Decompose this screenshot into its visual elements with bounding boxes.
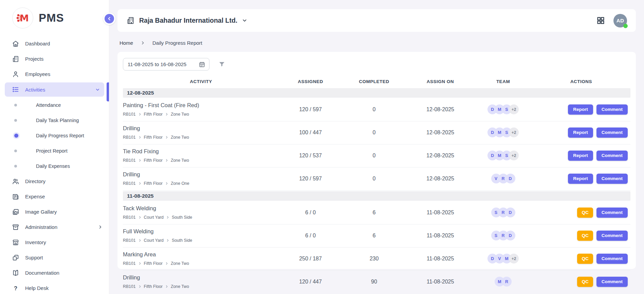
sidebar-subitem-daily-expenses[interactable]: Daily Expenses xyxy=(0,158,109,174)
user-avatar[interactable]: AD xyxy=(613,14,627,27)
administration-icon xyxy=(12,223,20,231)
row-actions: QCComment xyxy=(532,277,630,287)
row-actions: QCComment xyxy=(532,231,630,241)
sidebar-item-inventory[interactable]: Inventory xyxy=(0,235,109,250)
projects-icon xyxy=(12,55,20,63)
sidebar-item-image-gallary[interactable]: Image Gallary xyxy=(0,204,109,219)
bullet-dot-icon xyxy=(14,119,17,122)
comment-button[interactable]: Comment xyxy=(596,128,628,138)
calendar-icon[interactable] xyxy=(199,61,205,68)
comment-button[interactable]: Comment xyxy=(596,231,628,241)
table-row: Drilling RB101Fifth FloorZone One 120 / … xyxy=(123,168,630,191)
path-segment: RB101 xyxy=(123,158,136,163)
comment-button[interactable]: Comment xyxy=(596,208,628,218)
sidebar-item-support[interactable]: Support xyxy=(0,250,109,265)
comment-button[interactable]: Comment xyxy=(596,151,628,161)
sidebar-collapse-button[interactable] xyxy=(103,13,115,25)
sidebar-item-administration[interactable]: Administration xyxy=(0,219,109,235)
report-button[interactable]: Report xyxy=(568,104,593,115)
app-name: PMS xyxy=(39,12,64,24)
bullet-dot-icon xyxy=(14,165,17,168)
apps-grid-button[interactable] xyxy=(596,16,605,25)
breadcrumb-current: Daily Progress Report xyxy=(152,40,202,46)
date-range-field[interactable] xyxy=(123,58,209,71)
assigned-value: 120 / 537 xyxy=(279,153,342,159)
path-chevron-icon xyxy=(165,182,168,185)
sidebar-item-projects[interactable]: Projects xyxy=(0,51,109,66)
activities-icon xyxy=(12,85,20,94)
sidebar-item-activities[interactable]: Activities xyxy=(5,82,104,97)
sidebar-item-expense[interactable]: Expense xyxy=(0,189,109,204)
team-avatars: MR xyxy=(474,277,532,287)
documentation-icon xyxy=(12,269,20,277)
table-row: Drilling RB101Fifth FloorZone Two 120 / … xyxy=(123,271,630,293)
activity-path: RB101Fifth FloorZone Two xyxy=(123,135,274,140)
path-chevron-icon xyxy=(165,136,168,139)
sidebar-item-help-desk[interactable]: ? Help Desk xyxy=(0,280,109,294)
group-date: 12-08-2025 xyxy=(127,90,154,96)
path-chevron-icon xyxy=(138,262,142,265)
path-chevron-icon xyxy=(138,216,142,219)
team-extra-count: +2 xyxy=(509,104,519,114)
team-avatars: DMS+2 xyxy=(474,128,532,137)
path-chevron-icon xyxy=(138,239,142,242)
sidebar-item-dashboard[interactable]: Dashboard xyxy=(0,36,109,51)
path-segment: Fifth Floor xyxy=(144,135,163,140)
breadcrumb-home[interactable]: Home xyxy=(119,40,133,46)
path-segment: Fifth Floor xyxy=(144,112,163,117)
report-button[interactable]: Report xyxy=(568,174,593,184)
activity-name: Painting - First Coat (Fire Red) xyxy=(123,102,274,109)
path-chevron-icon xyxy=(138,159,142,162)
path-segment: Zone Two xyxy=(171,284,189,289)
bullet-dot-icon xyxy=(14,134,18,138)
comment-button[interactable]: Comment xyxy=(596,277,628,287)
filter-button[interactable] xyxy=(218,61,225,68)
comment-button[interactable]: Comment xyxy=(596,174,628,184)
path-segment: Fifth Floor xyxy=(144,261,163,266)
date-range-input[interactable] xyxy=(128,61,196,67)
chevron-right-icon xyxy=(98,224,103,230)
svg-text:?: ? xyxy=(14,285,17,291)
col-activity: ACTIVITY xyxy=(123,79,279,84)
completed-value: 0 xyxy=(342,176,406,182)
report-button[interactable]: Report xyxy=(568,128,593,138)
path-chevron-icon xyxy=(138,285,142,288)
table-row: Drilling RB101Fifth FloorZone Two 100 / … xyxy=(123,121,630,144)
path-segment: Fifth Floor xyxy=(144,158,163,163)
report-button[interactable]: Report xyxy=(568,151,593,161)
path-segment: RB101 xyxy=(123,238,136,243)
team-avatars: SRD xyxy=(474,231,532,240)
qc-button[interactable]: QC xyxy=(577,231,593,241)
row-actions: ReportComment xyxy=(532,174,630,184)
row-actions: QCComment xyxy=(532,208,630,218)
sidebar-subitem-project-report[interactable]: Project Report xyxy=(0,143,109,158)
sidebar-item-documentation[interactable]: Documentation xyxy=(0,265,109,280)
team-avatars: DVM+2 xyxy=(474,254,532,263)
qc-button[interactable]: QC xyxy=(577,254,593,264)
date-group-row: 12-08-2025 xyxy=(123,88,630,98)
activity-path: RB101Court YardSouth Side xyxy=(123,238,274,243)
table-row: Tie Rod Fixing RB101Fifth FloorZone Two … xyxy=(123,144,630,168)
comment-button[interactable]: Comment xyxy=(596,104,628,115)
qc-button[interactable]: QC xyxy=(577,277,593,287)
sidebar-subitem-daily-task-planning[interactable]: Daily Task Planning xyxy=(0,113,109,128)
sidebar-item-directory[interactable]: Directory xyxy=(0,174,109,189)
col-assign-on: ASSIGN ON xyxy=(406,79,474,84)
path-chevron-icon xyxy=(138,136,142,139)
path-segment: Zone Two xyxy=(171,112,189,117)
sidebar-subitem-attendance[interactable]: Attendance xyxy=(0,97,109,113)
sidebar-subitem-daily-progress-report[interactable]: Daily Progress Report xyxy=(0,128,109,143)
activity-path: RB101Fifth FloorZone Two xyxy=(123,261,274,266)
qc-button[interactable]: QC xyxy=(577,208,593,218)
expense-icon xyxy=(12,193,20,201)
team-avatars: SRD xyxy=(474,208,532,217)
path-chevron-icon xyxy=(165,159,168,162)
sidebar-item-employees[interactable]: Employees xyxy=(0,66,109,82)
logo-mark-icon: M xyxy=(12,7,33,28)
company-name: Raja Bahadur International Ltd. xyxy=(139,17,237,24)
path-segment: RB101 xyxy=(123,284,136,289)
team-avatars: DMS+2 xyxy=(474,151,532,160)
sidebar: M PMS Dashboard Projects Employees Activ… xyxy=(0,0,109,294)
company-selector[interactable]: Raja Bahadur International Ltd. xyxy=(126,16,247,25)
comment-button[interactable]: Comment xyxy=(596,254,628,264)
